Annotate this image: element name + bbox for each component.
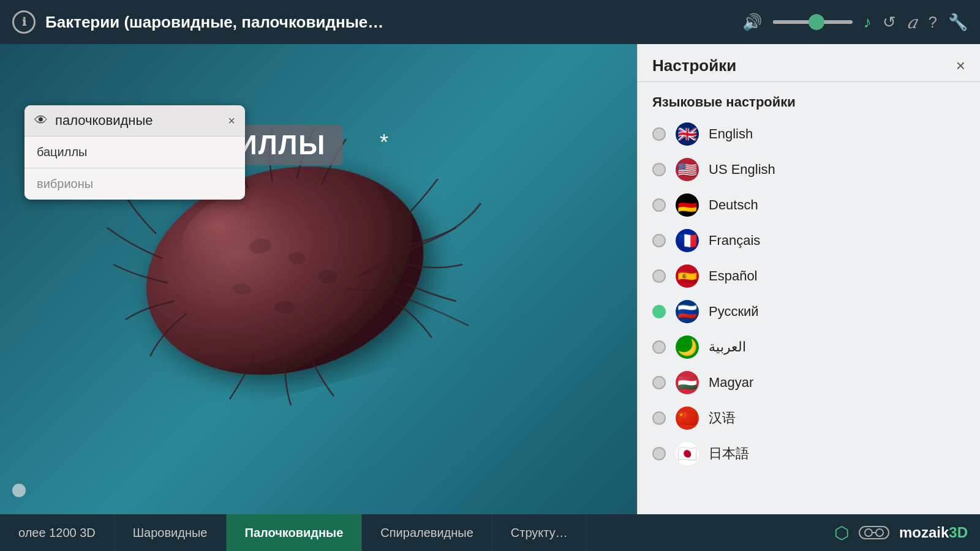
settings-panel: Настройки × Языковые настройки 🇬🇧English…	[637, 44, 980, 514]
topbar: ℹ Бактерии (шаровидные, палочковидные… 🔊…	[0, 0, 980, 44]
language-item-3[interactable]: 🇫🇷Français	[638, 223, 980, 258]
settings-close-button[interactable]: ×	[956, 56, 965, 75]
help-icon[interactable]: ?	[929, 13, 937, 32]
language-list: 🇬🇧English🇺🇸US English🇩🇪Deutsch🇫🇷Français…	[638, 116, 980, 471]
svg-point-9	[876, 529, 883, 536]
language-item-8[interactable]: 🇨🇳汉语	[638, 400, 980, 436]
language-name-1: US English	[709, 162, 775, 178]
language-name-6: العربية	[709, 339, 746, 355]
language-name-2: Deutsch	[709, 197, 758, 213]
bottom-tab-2[interactable]: Палочковидные	[227, 514, 363, 551]
language-radio-7	[652, 376, 666, 389]
dropdown-search-label: палочковидные	[55, 113, 221, 129]
bottom-tabs: олее 1200 3DШаровидныеПалочковидныеСпира…	[0, 514, 587, 551]
dropdown-item-vibrio[interactable]: вибрионы	[24, 168, 245, 200]
language-radio-9	[652, 447, 666, 460]
language-name-5: Русский	[709, 304, 759, 320]
settings-header: Настройки ×	[638, 44, 980, 82]
search-dropdown: 👁 палочковидные × бациллы вибрионы	[24, 105, 245, 200]
info-icon[interactable]: ℹ	[12, 10, 36, 34]
speaker-icon[interactable]: 🔊	[742, 13, 762, 32]
topbar-controls: 🔊 ♪ ↺ 𝑎 ? 🔧	[742, 12, 968, 32]
language-flag-4: 🇪🇸	[676, 264, 699, 288]
language-flag-2: 🇩🇪	[676, 193, 699, 217]
language-name-8: 汉语	[709, 409, 736, 427]
volume-slider[interactable]	[773, 20, 853, 24]
language-flag-8: 🇨🇳	[676, 407, 699, 430]
font-icon[interactable]: 𝑎	[907, 12, 918, 32]
language-settings-title: Языковые настройки	[638, 82, 980, 116]
bottom-right: ⬡ mozaik3D	[822, 523, 980, 543]
dropdown-item-bacilli[interactable]: бациллы	[24, 136, 245, 168]
language-item-0[interactable]: 🇬🇧English	[638, 116, 980, 152]
language-name-7: Magyar	[709, 375, 753, 391]
language-radio-2	[652, 198, 666, 212]
language-name-3: Français	[709, 233, 760, 249]
asterisk-marker: *	[380, 130, 388, 156]
language-radio-8	[652, 411, 666, 425]
bottom-tab-0[interactable]: олее 1200 3D	[0, 514, 115, 551]
brand-label: mozaik3D	[899, 524, 968, 541]
settings-title: Настройки	[652, 56, 736, 75]
svg-point-8	[865, 529, 872, 536]
page-title: Бактерии (шаровидные, палочковидные…	[45, 13, 733, 32]
language-name-9: 日本語	[709, 444, 749, 463]
language-item-9[interactable]: 🇯🇵日本語	[638, 436, 980, 471]
main-content: 👁 палочковидные × бациллы вибрионы ИЛЛЫ …	[0, 44, 980, 514]
vr-icon[interactable]	[859, 524, 889, 541]
language-flag-3: 🇫🇷	[676, 229, 699, 252]
language-radio-4	[652, 269, 666, 283]
bottom-tab-1[interactable]: Шаровидные	[115, 514, 227, 551]
settings-wrench-icon[interactable]: 🔧	[948, 13, 968, 32]
language-flag-9: 🇯🇵	[676, 442, 699, 465]
language-item-4[interactable]: 🇪🇸Español	[638, 258, 980, 294]
language-name-0: English	[709, 126, 753, 142]
music-icon[interactable]: ♪	[864, 13, 872, 32]
refresh-icon[interactable]: ↺	[883, 13, 896, 32]
language-flag-5: 🇷🇺	[676, 300, 699, 323]
bottom-tab-4[interactable]: Структу…	[492, 514, 587, 551]
dropdown-close-button[interactable]: ×	[228, 114, 235, 128]
language-name-4: Español	[709, 268, 758, 284]
language-flag-0: 🇬🇧	[676, 122, 699, 146]
language-item-1[interactable]: 🇺🇸US English	[638, 152, 980, 187]
bottombar: олее 1200 3DШаровидныеПалочковидныеСпира…	[0, 514, 980, 551]
language-item-6[interactable]: 🌙العربية	[638, 329, 980, 365]
language-flag-6: 🌙	[676, 335, 699, 359]
language-radio-3	[652, 234, 666, 247]
eye-icon: 👁	[34, 113, 48, 129]
language-item-7[interactable]: 🇭🇺Magyar	[638, 365, 980, 400]
language-radio-5	[652, 305, 666, 318]
bottom-tab-3[interactable]: Спиралевидные	[362, 514, 492, 551]
language-radio-1	[652, 163, 666, 176]
language-flag-1: 🇺🇸	[676, 158, 699, 181]
dropdown-header: 👁 палочковидные ×	[24, 105, 245, 136]
language-item-2[interactable]: 🇩🇪Deutsch	[638, 187, 980, 223]
language-item-5[interactable]: 🇷🇺Русский	[638, 294, 980, 329]
language-flag-7: 🇭🇺	[676, 371, 699, 394]
language-radio-0	[652, 127, 666, 141]
pagination-dot-left[interactable]	[12, 484, 26, 497]
layers-icon[interactable]: ⬡	[834, 523, 849, 543]
language-radio-6	[652, 340, 666, 354]
